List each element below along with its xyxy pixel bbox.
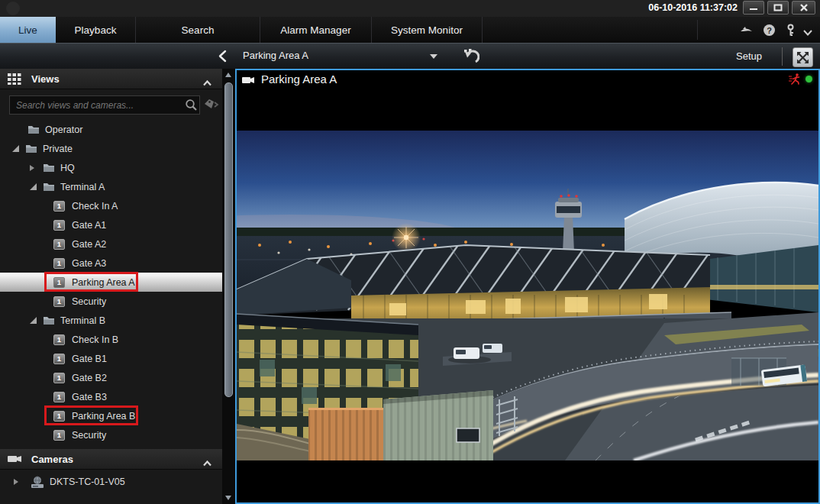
camera-online-indicator [805, 76, 812, 82]
tree-item-gate-a3[interactable]: 1 Gate A3 [0, 254, 222, 273]
tree-item-label: Security [72, 430, 106, 441]
maximize-button[interactable] [767, 1, 789, 15]
expander-closed-icon[interactable] [30, 165, 34, 171]
cameras-panel-title: Cameras [31, 454, 73, 465]
camera-video-image[interactable] [237, 131, 818, 460]
maximize-icon [773, 3, 783, 12]
app-logo-icon [6, 2, 20, 15]
tree-item-hq[interactable]: HQ [0, 158, 222, 177]
view-selector-value: Parking Area A [243, 50, 308, 61]
help-icon[interactable]: ? [763, 24, 776, 37]
tree-item-parking-area-a[interactable]: 1 Parking Area A [0, 273, 222, 292]
search-input[interactable] [9, 95, 200, 115]
tree-item-terminal-a[interactable]: Terminal A [0, 177, 222, 196]
tab-live[interactable]: Live [0, 17, 56, 43]
minimize-button[interactable] [743, 1, 764, 15]
minimize-icon [749, 3, 758, 12]
sidebar-scrollbar[interactable] [222, 69, 235, 504]
search-area [0, 89, 222, 120]
tree-item-label: Parking Area B [72, 411, 135, 422]
setup-label: Setup [736, 50, 762, 62]
expander-open-icon[interactable] [12, 145, 19, 152]
main-tabbar: Live Playback Search Alarm Manager Syste… [0, 17, 820, 43]
motion-indicator-icon [789, 73, 802, 85]
tab-system-monitor[interactable]: System Monitor [372, 17, 483, 43]
tree-item-gate-b2[interactable]: 1 Gate B2 [0, 368, 222, 387]
tree-item-gate-b1[interactable]: 1 Gate B1 [0, 349, 222, 368]
tree-item-security-a[interactable]: 1 Security [0, 292, 222, 311]
tree-item-terminal-b[interactable]: Terminal B [0, 311, 222, 330]
folder-icon [27, 124, 40, 134]
views-tree: Operator Private HQ Terminal A 1 Check I… [0, 120, 222, 447]
view-layout-icon: 1 [53, 430, 65, 441]
view-layout-icon: 1 [53, 220, 65, 231]
expander-open-icon[interactable] [30, 317, 37, 324]
expander-closed-icon[interactable] [14, 479, 18, 485]
tree-item-label: Gate A3 [72, 258, 106, 269]
views-collapse-chevron-icon[interactable] [203, 76, 211, 82]
tree-item-security-b[interactable]: 1 Security [0, 425, 222, 444]
tabbar-divider [697, 20, 698, 40]
dropdown-caret-icon [430, 54, 437, 59]
tree-item-private[interactable]: Private [0, 139, 222, 158]
server-icon [30, 476, 45, 489]
tag-filter-icon[interactable] [204, 99, 219, 111]
tree-item-label: Check In B [72, 334, 118, 345]
camera-tile-parking-area-a[interactable]: Parking Area A [235, 69, 820, 504]
tree-item-label: Gate B2 [72, 373, 107, 383]
key-icon[interactable] [784, 24, 797, 37]
folder-icon [43, 315, 55, 325]
tab-playback[interactable]: Playback [56, 17, 136, 43]
tree-item-label: Gate B1 [72, 354, 107, 364]
tree-item-label: Private [43, 144, 73, 154]
folder-icon [43, 182, 55, 192]
expander-open-icon[interactable] [30, 183, 37, 190]
tree-item-label: Gate B3 [72, 392, 107, 402]
tree-item-label: Terminal A [60, 182, 105, 192]
scrollbar-thumb[interactable] [224, 82, 233, 397]
scroll-down-arrow-icon[interactable] [225, 496, 231, 500]
fullscreen-toggle-button[interactable] [793, 47, 813, 67]
tree-item-check-in-b[interactable]: 1 Check In B [0, 330, 222, 349]
camera-server-item[interactable]: DKTS-TC-01-V05 [0, 472, 222, 492]
tree-item-check-in-a[interactable]: 1 Check In A [0, 196, 222, 215]
tree-item-gate-a1[interactable]: 1 Gate A1 [0, 215, 222, 234]
tab-playback-label: Playback [75, 24, 117, 36]
expand-arrows-icon [796, 51, 809, 64]
tree-item-label: Check In A [72, 201, 118, 212]
view-layout-icon: 1 [53, 277, 65, 288]
setup-button[interactable]: Setup [724, 44, 774, 69]
close-icon [799, 3, 809, 12]
tree-item-label: Parking Area A [72, 277, 135, 288]
view-layout-icon: 1 [53, 258, 65, 269]
views-panel-title: Views [31, 73, 60, 85]
tree-item-gate-b3[interactable]: 1 Gate B3 [0, 387, 222, 406]
tab-alarm-manager[interactable]: Alarm Manager [260, 17, 372, 43]
tree-item-gate-a2[interactable]: 1 Gate A2 [0, 234, 222, 254]
tree-item-label: Terminal B [60, 315, 105, 326]
tab-search[interactable]: Search [136, 17, 260, 43]
collapse-sidebar-chevron-icon[interactable] [217, 50, 229, 63]
search-icon [185, 99, 198, 111]
tab-system-monitor-label: System Monitor [391, 24, 463, 36]
svg-text:?: ? [767, 26, 772, 35]
tree-item-parking-area-b[interactable]: 1 Parking Area B [0, 406, 222, 425]
scroll-up-arrow-icon[interactable] [225, 73, 231, 77]
view-layout-icon: 1 [53, 354, 65, 364]
camera-server-label: DKTS-TC-01-V05 [50, 477, 125, 487]
view-shortcut-icon[interactable] [463, 48, 479, 65]
tree-item-operator[interactable]: Operator [0, 120, 222, 139]
views-panel-header[interactable]: Views [0, 69, 222, 89]
folder-icon [43, 163, 55, 173]
cameras-panel-header[interactable]: Cameras [0, 449, 222, 470]
tab-live-label: Live [18, 24, 37, 36]
view-layout-icon: 1 [53, 201, 65, 212]
cameras-collapse-chevron-icon[interactable] [203, 456, 211, 462]
chevron-down-icon[interactable] [802, 26, 815, 39]
connection-status-icon[interactable] [740, 24, 753, 37]
window-titlebar: 06-10-2016 11:37:02 [0, 0, 820, 17]
view-toolbar: Parking Area A Setup [0, 43, 820, 69]
close-button[interactable] [792, 1, 815, 15]
sidebar: Views Operator Private [0, 69, 222, 504]
smart-client-window: 06-10-2016 11:37:02 Live Playback Search… [0, 0, 820, 504]
